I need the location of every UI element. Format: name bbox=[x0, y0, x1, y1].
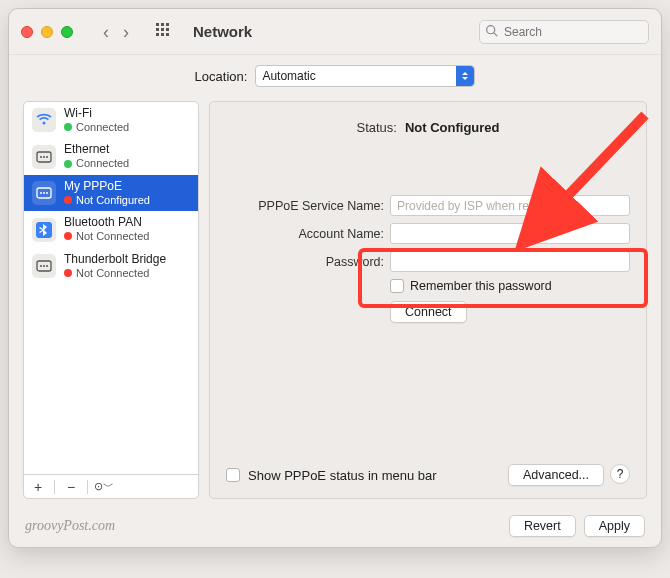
svg-rect-3 bbox=[156, 28, 159, 31]
wifi-icon bbox=[32, 108, 56, 132]
search-field-wrap bbox=[479, 20, 649, 44]
svg-point-22 bbox=[43, 265, 45, 267]
sidebar-item-thunderbolt-bridge[interactable]: Thunderbolt BridgeNot Connected bbox=[24, 248, 198, 284]
detail-pane: Status: Not Configured PPPoE Service Nam… bbox=[209, 101, 647, 499]
service-status: Not Connected bbox=[64, 230, 149, 243]
svg-point-21 bbox=[40, 265, 42, 267]
account-name-row: Account Name: bbox=[226, 223, 630, 244]
svg-point-13 bbox=[43, 156, 45, 158]
service-name: Wi-Fi bbox=[64, 107, 129, 121]
sidebar-item-bluetooth-pan[interactable]: Bluetooth PANNot Connected bbox=[24, 211, 198, 247]
ethernet-icon bbox=[32, 181, 56, 205]
nav-arrows: ‹ › bbox=[103, 23, 129, 41]
detail-footer: Show PPPoE status in menu bar Advanced..… bbox=[226, 464, 630, 486]
password-label: Password: bbox=[226, 255, 384, 269]
svg-rect-2 bbox=[166, 23, 169, 26]
watermark: groovyPost.com bbox=[25, 518, 115, 534]
show-status-label: Show PPPoE status in menu bar bbox=[248, 468, 437, 483]
svg-rect-4 bbox=[161, 28, 164, 31]
location-value: Automatic bbox=[262, 69, 315, 83]
service-list: Wi-FiConnectedEthernetConnectedMy PPPoEN… bbox=[24, 102, 198, 474]
sidebar-item-ethernet[interactable]: EthernetConnected bbox=[24, 138, 198, 174]
remember-password-checkbox[interactable] bbox=[390, 279, 404, 293]
minimize-button[interactable] bbox=[41, 26, 53, 38]
status-dot-icon bbox=[64, 232, 72, 240]
svg-point-9 bbox=[487, 25, 495, 33]
service-status: Not Connected bbox=[64, 267, 166, 280]
service-status: Connected bbox=[64, 121, 129, 134]
status-label: Status: bbox=[356, 120, 396, 135]
service-name-input[interactable] bbox=[390, 195, 630, 216]
sidebar-item-wi-fi[interactable]: Wi-FiConnected bbox=[24, 102, 198, 138]
svg-point-12 bbox=[40, 156, 42, 158]
traffic-lights bbox=[21, 26, 73, 38]
connect-wrap: Connect bbox=[390, 301, 630, 323]
help-button[interactable]: ? bbox=[610, 464, 630, 484]
location-label: Location: bbox=[195, 69, 248, 84]
account-name-label: Account Name: bbox=[226, 227, 384, 241]
service-status: Not Configured bbox=[64, 194, 150, 207]
service-name-label: PPPoE Service Name: bbox=[226, 199, 384, 213]
advanced-button[interactable]: Advanced... bbox=[508, 464, 604, 486]
window-title: Network bbox=[193, 23, 252, 40]
svg-point-16 bbox=[40, 192, 42, 194]
search-input[interactable] bbox=[479, 20, 649, 44]
svg-point-14 bbox=[46, 156, 48, 158]
revert-button[interactable]: Revert bbox=[509, 515, 576, 537]
svg-rect-5 bbox=[166, 28, 169, 31]
titlebar: ‹ › Network bbox=[9, 9, 661, 55]
svg-rect-6 bbox=[156, 33, 159, 36]
service-name: Thunderbolt Bridge bbox=[64, 253, 166, 267]
password-input[interactable] bbox=[390, 251, 630, 272]
svg-rect-0 bbox=[156, 23, 159, 26]
bluetooth-icon bbox=[32, 218, 56, 242]
services-sidebar: Wi-FiConnectedEthernetConnectedMy PPPoEN… bbox=[23, 101, 199, 499]
ethernet-icon bbox=[32, 254, 56, 278]
bottom-bar: groovyPost.com Revert Apply bbox=[9, 509, 661, 547]
status-row: Status: Not Configured bbox=[226, 120, 630, 135]
add-service-button[interactable]: + bbox=[28, 479, 48, 495]
location-row: Location: Automatic bbox=[9, 55, 661, 101]
location-select[interactable]: Automatic bbox=[255, 65, 475, 87]
remember-password-row: Remember this password bbox=[390, 279, 630, 293]
svg-point-18 bbox=[46, 192, 48, 194]
remove-service-button[interactable]: − bbox=[61, 479, 81, 495]
svg-rect-1 bbox=[161, 23, 164, 26]
status-dot-icon bbox=[64, 160, 72, 168]
nav-forward-button[interactable]: › bbox=[123, 23, 129, 41]
nav-back-button[interactable]: ‹ bbox=[103, 23, 109, 41]
search-icon bbox=[485, 24, 498, 40]
svg-point-17 bbox=[43, 192, 45, 194]
show-all-icon[interactable] bbox=[155, 22, 171, 41]
content-panes: Wi-FiConnectedEthernetConnectedMy PPPoEN… bbox=[9, 101, 661, 509]
remember-password-label: Remember this password bbox=[410, 279, 552, 293]
service-name: Bluetooth PAN bbox=[64, 216, 149, 230]
apply-button[interactable]: Apply bbox=[584, 515, 645, 537]
zoom-button[interactable] bbox=[61, 26, 73, 38]
ethernet-icon bbox=[32, 145, 56, 169]
chevron-updown-icon bbox=[456, 66, 474, 86]
show-status-checkbox[interactable] bbox=[226, 468, 240, 482]
service-name: My PPPoE bbox=[64, 180, 150, 194]
prefs-window: ‹ › Network Location: Automatic Wi-FiCon… bbox=[8, 8, 662, 548]
status-value: Not Configured bbox=[405, 120, 500, 135]
sidebar-item-my-pppoe[interactable]: My PPPoENot Configured bbox=[24, 175, 198, 211]
service-name: Ethernet bbox=[64, 143, 129, 157]
status-dot-icon bbox=[64, 123, 72, 131]
svg-rect-7 bbox=[161, 33, 164, 36]
sidebar-footer: + − ⊙﹀ bbox=[24, 474, 198, 498]
status-dot-icon bbox=[64, 196, 72, 204]
close-button[interactable] bbox=[21, 26, 33, 38]
password-row: Password: bbox=[226, 251, 630, 272]
svg-line-10 bbox=[494, 32, 497, 35]
svg-rect-8 bbox=[166, 33, 169, 36]
service-status: Connected bbox=[64, 157, 129, 170]
svg-point-23 bbox=[46, 265, 48, 267]
service-actions-button[interactable]: ⊙﹀ bbox=[94, 479, 114, 494]
account-name-input[interactable] bbox=[390, 223, 630, 244]
service-name-row: PPPoE Service Name: bbox=[226, 195, 630, 216]
status-dot-icon bbox=[64, 269, 72, 277]
connect-button[interactable]: Connect bbox=[390, 301, 467, 323]
